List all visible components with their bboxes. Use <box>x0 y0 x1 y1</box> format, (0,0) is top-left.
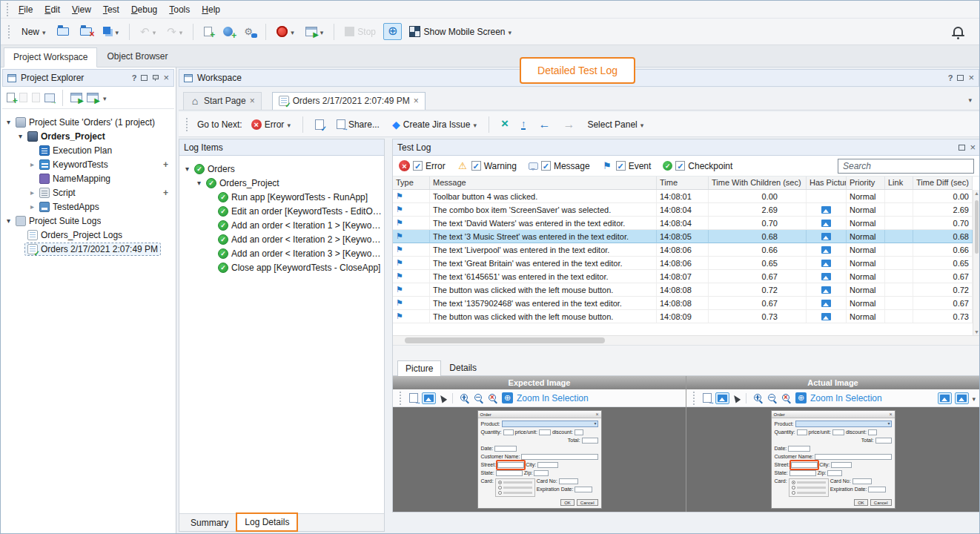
project-tree-item[interactable]: Orders_Project <box>1 129 176 143</box>
log-filter[interactable]: Error <box>399 160 446 171</box>
log-item[interactable]: Add an order < Iteration 3 > [Keywor...] <box>179 246 384 260</box>
project-tree-item[interactable]: Orders 2/17/2021 2:07:49 PM <box>1 242 176 256</box>
log-item[interactable]: Add an order < Iteration 2 > [Keywor...] <box>179 232 384 246</box>
add-item-button[interactable] <box>200 24 216 39</box>
go-forward-button[interactable] <box>559 116 578 134</box>
menu-item[interactable]: Help <box>196 2 226 17</box>
filter-checkbox[interactable] <box>413 161 423 171</box>
tree-node[interactable]: Orders <box>192 163 237 175</box>
project-tree-item[interactable]: Project Suite Logs <box>1 214 176 228</box>
zoom-in-icon[interactable] <box>753 393 764 403</box>
project-tree-item[interactable]: NameMapping <box>1 171 176 185</box>
tab-close-icon[interactable] <box>414 96 419 106</box>
zoom-out-icon[interactable] <box>767 393 778 403</box>
select-panel-dropdown[interactable]: Select Panel <box>583 117 647 132</box>
project-tree-item[interactable]: TestedApps <box>1 200 176 214</box>
tree-node[interactable]: Orders_Project Logs <box>25 229 125 241</box>
column-header[interactable]: Time Diff (sec) <box>913 177 973 189</box>
column-header[interactable]: Message <box>430 177 657 189</box>
object-spy-toggle[interactable] <box>383 23 402 40</box>
go-to-next-error-dropdown[interactable]: Error <box>248 117 294 132</box>
expander-icon[interactable] <box>194 176 204 190</box>
go-back-button[interactable] <box>534 116 554 134</box>
expander-icon[interactable] <box>27 157 37 171</box>
log-item[interactable]: Close app [KeywordTests - CloseApp] <box>179 260 384 274</box>
project-tree-item[interactable]: KeywordTests + <box>1 157 176 171</box>
menu-grip[interactable] <box>7 3 10 16</box>
picture-icon[interactable] <box>821 273 831 280</box>
tree-node[interactable]: Project Suite Logs <box>13 215 103 227</box>
picture-icon[interactable] <box>821 233 831 240</box>
vertical-scrollbar[interactable]: ▲ ▼ <box>973 190 980 335</box>
log-filter[interactable]: Checkpoint <box>663 161 732 171</box>
project-tree-item[interactable]: Project Suite 'Orders' (1 project) <box>1 115 176 129</box>
tab-list-caret[interactable] <box>968 94 972 105</box>
column-header[interactable]: Type <box>393 177 430 189</box>
show-difference-toggle[interactable] <box>938 392 952 404</box>
tree-node[interactable]: Orders_Project <box>25 131 107 142</box>
column-header[interactable]: Time With Children (sec) <box>709 177 807 189</box>
save-image-icon[interactable] <box>703 393 712 403</box>
caret-down-icon[interactable] <box>972 393 976 403</box>
log-filter[interactable]: Warning <box>457 160 517 171</box>
document-tab[interactable]: Start Page <box>183 92 262 110</box>
filter-checkbox[interactable] <box>616 161 626 171</box>
integration-button[interactable] <box>497 116 512 132</box>
column-header[interactable]: Time <box>657 177 709 189</box>
save-all-button[interactable] <box>99 24 123 39</box>
column-header[interactable]: Has Picture <box>807 177 847 189</box>
menu-item[interactable]: View <box>66 2 97 17</box>
filter-checkbox[interactable] <box>541 161 551 171</box>
horizontal-scrollbar[interactable] <box>393 335 980 345</box>
select-result-button[interactable] <box>311 117 328 132</box>
project-tree-item[interactable]: Execution Plan <box>1 143 176 157</box>
help-icon[interactable] <box>948 73 953 83</box>
maximize-icon[interactable] <box>957 75 964 81</box>
log-item[interactable]: Run app [KeywordTests - RunApp] <box>179 190 384 204</box>
add-connected-app-button[interactable] <box>219 24 236 39</box>
redo-button[interactable] <box>163 23 186 41</box>
pin-icon[interactable] <box>152 74 159 82</box>
menu-item[interactable]: Test <box>97 2 125 17</box>
picture-details-tab[interactable]: Picture <box>397 360 441 376</box>
tree-node[interactable]: Execution Plan <box>37 145 114 156</box>
overlay-toggle[interactable] <box>955 392 969 404</box>
scrollbar-thumb[interactable] <box>405 337 605 343</box>
log-row[interactable]: The button was clicked with the left mou… <box>393 310 973 323</box>
image-select-toggle[interactable] <box>715 392 729 404</box>
zoom-in-selection-label[interactable]: Zoom In Selection <box>517 393 589 403</box>
tree-node[interactable]: Edit an order [KeywordTests - EditOrd...… <box>216 205 384 217</box>
maximize-icon[interactable] <box>959 145 965 151</box>
log-row[interactable]: The text 'Liverpool' was entered in the … <box>393 243 973 257</box>
picture-icon[interactable] <box>821 260 831 267</box>
panel-splitter[interactable] <box>393 345 980 360</box>
log-row[interactable]: The text 'Great Britain' was entered in … <box>393 257 973 270</box>
run-project-suite-button[interactable] <box>87 93 99 102</box>
open-item-button[interactable] <box>32 93 40 102</box>
expander-icon[interactable] <box>4 115 13 129</box>
log-view-tab[interactable]: Summary <box>182 514 236 531</box>
add-affordance[interactable]: + <box>163 188 176 198</box>
log-row[interactable]: Toolbar button 4 was clicked. 14:08:01 0… <box>393 190 973 203</box>
scroll-up-arrow[interactable]: ▲ <box>973 191 980 196</box>
expander-icon[interactable] <box>27 200 37 214</box>
help-icon[interactable] <box>132 73 137 83</box>
tab-close-icon[interactable] <box>250 96 255 106</box>
toolbar-grip[interactable] <box>400 392 403 405</box>
menu-item[interactable]: Tools <box>163 2 196 17</box>
expander-icon[interactable] <box>27 185 37 200</box>
add-new-item-button[interactable] <box>7 93 15 102</box>
tree-node[interactable]: Run app [KeywordTests - RunApp] <box>216 191 370 203</box>
share-button[interactable]: Share... <box>333 117 383 132</box>
filter-checkbox[interactable] <box>675 161 685 171</box>
project-tree-item[interactable]: Script + <box>1 185 176 200</box>
tree-node[interactable]: Script <box>37 187 78 199</box>
run-project-button[interactable] <box>70 93 82 102</box>
menu-item[interactable]: Debug <box>125 2 163 17</box>
scroll-down-arrow[interactable]: ▼ <box>973 329 980 334</box>
column-header[interactable]: Link <box>885 177 913 189</box>
upload-results-button[interactable] <box>517 117 530 132</box>
more-actions-caret[interactable] <box>103 93 107 103</box>
tree-node[interactable]: Orders 2/17/2021 2:07:49 PM <box>25 243 160 255</box>
close-icon[interactable] <box>163 73 169 83</box>
